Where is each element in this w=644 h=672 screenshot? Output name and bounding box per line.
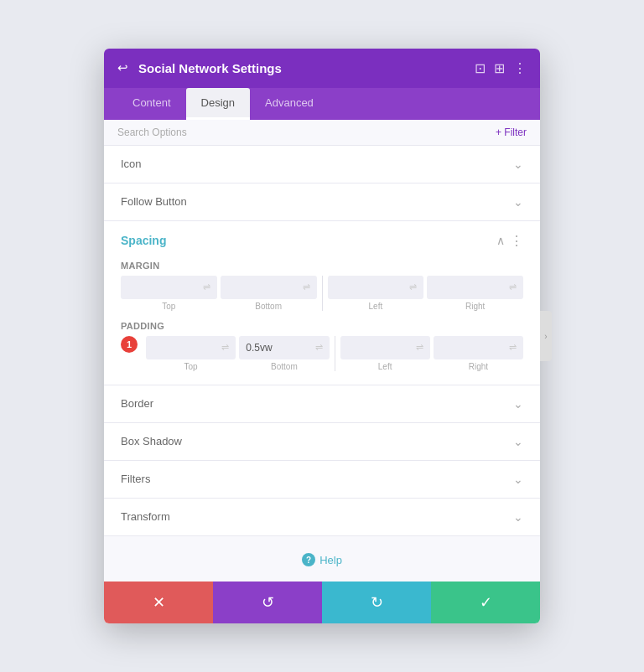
undo-button[interactable]: ↺ bbox=[213, 582, 322, 623]
margin-top-link-icon: ⇌ bbox=[203, 282, 210, 292]
margin-right-link-icon: ⇌ bbox=[509, 282, 517, 292]
padding-left-field: ⇌ Left bbox=[340, 336, 430, 371]
icon-chevron: ⌄ bbox=[513, 158, 523, 171]
layout-icon[interactable]: ⊞ bbox=[494, 60, 505, 76]
modal-title: Social Network Settings bbox=[138, 61, 282, 75]
margin-left-label: Left bbox=[328, 302, 424, 311]
padding-bottom-input[interactable] bbox=[246, 342, 311, 354]
padding-top-field: ⇌ Top bbox=[146, 336, 236, 371]
margin-group: Margin ⇌ Top bbox=[121, 261, 523, 311]
follow-button-chevron: ⌄ bbox=[513, 195, 523, 209]
spacing-chevron-icon[interactable]: ∧ bbox=[496, 234, 505, 247]
icon-section[interactable]: Icon ⌄ bbox=[104, 146, 540, 184]
margin-bottom-link-icon: ⇌ bbox=[303, 282, 310, 292]
transform-chevron: ⌄ bbox=[513, 510, 523, 524]
more-options-icon[interactable]: ⋮ bbox=[513, 60, 527, 76]
padding-top-label: Top bbox=[146, 362, 236, 371]
modal-footer: ✕ ↺ ↻ ✓ bbox=[104, 582, 540, 623]
border-label: Border bbox=[121, 397, 153, 410]
margin-bottom-input-wrap[interactable]: ⇌ bbox=[221, 276, 317, 299]
spacing-header: Spacing ∧ ⋮ bbox=[121, 233, 523, 249]
padding-left-label: Left bbox=[340, 362, 430, 371]
margin-bottom-field: ⇌ Bottom bbox=[221, 276, 317, 311]
box-shadow-chevron: ⌄ bbox=[513, 435, 523, 448]
filters-label: Filters bbox=[121, 473, 150, 485]
margin-label: Margin bbox=[121, 261, 523, 271]
right-edge-handle[interactable]: › bbox=[540, 311, 552, 361]
save-button[interactable]: ✓ bbox=[431, 582, 540, 623]
filter-button[interactable]: + Filter bbox=[496, 127, 527, 138]
padding-row-wrap: 1 ⇌ Top bbox=[121, 336, 523, 371]
margin-top-field: ⇌ Top bbox=[121, 276, 217, 311]
header-icons: ⊡ ⊞ ⋮ bbox=[475, 60, 527, 76]
padding-right-link-icon: ⇌ bbox=[509, 342, 517, 353]
redo-button[interactable]: ↻ bbox=[322, 582, 431, 623]
margin-left-input-wrap[interactable]: ⇌ bbox=[328, 276, 424, 299]
tab-advanced[interactable]: Advanced bbox=[250, 88, 329, 120]
search-bar: Search Options + Filter bbox=[104, 120, 540, 146]
help-link[interactable]: ? Help bbox=[302, 553, 342, 566]
transform-label: Transform bbox=[121, 510, 170, 523]
margin-left-link-icon: ⇌ bbox=[409, 282, 417, 292]
cancel-button[interactable]: ✕ bbox=[104, 582, 213, 623]
help-row: ? Help bbox=[104, 536, 540, 582]
spacing-controls: ∧ ⋮ bbox=[496, 233, 523, 249]
transform-row[interactable]: Transform ⌄ bbox=[104, 499, 540, 535]
margin-left-field: ⇌ Left bbox=[328, 276, 424, 311]
padding-top-input-wrap[interactable]: ⇌ bbox=[146, 336, 236, 359]
right-edge-arrow-icon: › bbox=[544, 332, 547, 341]
border-row[interactable]: Border ⌄ bbox=[104, 385, 540, 422]
padding-right-input-wrap[interactable]: ⇌ bbox=[434, 336, 523, 359]
help-label: Help bbox=[319, 554, 342, 566]
filters-chevron: ⌄ bbox=[513, 473, 523, 486]
search-placeholder: Search Options bbox=[117, 127, 187, 138]
padding-bottom-input-wrap[interactable]: ⇌ bbox=[239, 336, 329, 359]
header-left: ↩ Social Network Settings bbox=[117, 60, 282, 75]
modal-header: ↩ Social Network Settings ⊡ ⊞ ⋮ bbox=[104, 49, 540, 88]
follow-button-section[interactable]: Follow Button ⌄ bbox=[104, 184, 540, 221]
margin-right-input[interactable] bbox=[434, 282, 506, 293]
icon-label: Icon bbox=[121, 158, 142, 170]
box-shadow-label: Box Shadow bbox=[121, 435, 182, 447]
margin-right-input-wrap[interactable]: ⇌ bbox=[427, 276, 523, 299]
margin-bottom-input[interactable] bbox=[227, 282, 299, 293]
padding-right-label: Right bbox=[434, 362, 523, 371]
padding-bottom-field: ⇌ Bottom bbox=[239, 336, 329, 371]
responsive-icon[interactable]: ⊡ bbox=[475, 60, 486, 76]
padding-bottom-label: Bottom bbox=[239, 362, 329, 371]
padding-left-link-icon: ⇌ bbox=[416, 342, 423, 353]
padding-left-input[interactable] bbox=[347, 342, 413, 354]
margin-right-label: Right bbox=[427, 302, 523, 311]
filters-row[interactable]: Filters ⌄ bbox=[104, 461, 540, 498]
tab-content[interactable]: Content bbox=[117, 88, 186, 120]
margin-bottom-label: Bottom bbox=[221, 302, 317, 311]
margin-left-input[interactable] bbox=[335, 282, 407, 293]
padding-left-input-wrap[interactable]: ⇌ bbox=[340, 336, 430, 359]
transform-section: Transform ⌄ bbox=[104, 499, 540, 536]
spacing-more-icon[interactable]: ⋮ bbox=[510, 233, 523, 249]
margin-top-input-wrap[interactable]: ⇌ bbox=[121, 276, 217, 299]
tab-design[interactable]: Design bbox=[186, 88, 250, 120]
help-icon: ? bbox=[302, 553, 315, 566]
padding-top-input[interactable] bbox=[153, 342, 218, 354]
filters-section: Filters ⌄ bbox=[104, 461, 540, 499]
follow-button-label: Follow Button bbox=[121, 195, 187, 208]
spacing-title: Spacing bbox=[121, 234, 166, 247]
margin-top-label: Top bbox=[121, 302, 217, 311]
padding-right-field: ⇌ Right bbox=[434, 336, 523, 371]
border-section: Border ⌄ bbox=[104, 385, 540, 423]
margin-top-input[interactable] bbox=[127, 282, 200, 293]
border-chevron: ⌄ bbox=[513, 397, 523, 411]
margin-right-field: ⇌ Right bbox=[427, 276, 523, 311]
padding-right-input[interactable] bbox=[440, 342, 506, 354]
padding-label: Padding bbox=[121, 321, 523, 331]
box-shadow-section: Box Shadow ⌄ bbox=[104, 423, 540, 461]
padding-group: Padding 1 ⇌ Top bbox=[121, 321, 523, 371]
back-arrow-icon[interactable]: ↩ bbox=[117, 60, 128, 75]
padding-top-link-icon: ⇌ bbox=[221, 342, 229, 353]
padding-bottom-link-icon: ⇌ bbox=[315, 342, 323, 353]
box-shadow-row[interactable]: Box Shadow ⌄ bbox=[104, 423, 540, 460]
tab-bar: Content Design Advanced bbox=[104, 88, 540, 120]
spacing-section: Spacing ∧ ⋮ Margin ⇌ bbox=[104, 221, 540, 385]
padding-badge: 1 bbox=[121, 336, 138, 353]
